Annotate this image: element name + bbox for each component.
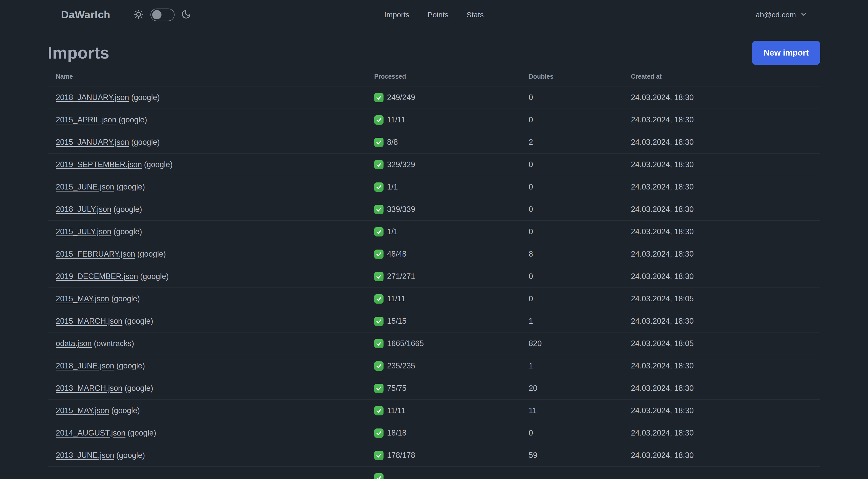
processed-count: 249/249 bbox=[387, 93, 415, 102]
cell-doubles: 0 bbox=[529, 428, 631, 438]
import-file-link[interactable]: 2018_JUNE.json bbox=[56, 361, 114, 370]
table-row: odata.json (owntracks) 1665/1665 820 24.… bbox=[48, 332, 820, 355]
user-menu[interactable]: ab@cd.com bbox=[755, 10, 807, 19]
import-source: (google) bbox=[114, 182, 145, 191]
cell-processed: 11/11 bbox=[374, 115, 529, 125]
import-file-link[interactable]: 2015_MARCH.json bbox=[56, 317, 122, 325]
new-import-button[interactable]: New import bbox=[752, 41, 820, 65]
cell-processed: 235/235 bbox=[374, 361, 529, 371]
import-file-link[interactable]: 2015_APRIL.json bbox=[56, 115, 116, 124]
nav-item-imports[interactable]: Imports bbox=[384, 10, 409, 19]
table-row: 2015_FEBRUARY.json (google) 48/48 8 24.0… bbox=[48, 243, 820, 265]
main-nav: Imports Points Stats bbox=[384, 10, 484, 19]
cell-name: odata.json (owntracks) bbox=[56, 339, 374, 348]
cell-name: 2015_JANUARY.json (google) bbox=[56, 138, 374, 147]
cell-doubles: 0 bbox=[529, 182, 631, 191]
check-icon bbox=[374, 205, 383, 214]
main-content: Imports New import Name Processed Double… bbox=[0, 40, 868, 479]
cell-created-at: 24.03.2024, 18:30 bbox=[631, 317, 812, 326]
check-icon bbox=[374, 249, 383, 259]
nav-item-points[interactable]: Points bbox=[428, 10, 448, 19]
import-file-link[interactable]: 2015_FEBRUARY.json bbox=[56, 249, 135, 258]
check-icon bbox=[374, 182, 383, 192]
cell-created-at: 24.03.2024, 18:05 bbox=[631, 294, 812, 303]
cell-processed: 178/178 bbox=[374, 451, 529, 460]
processed-count: 11/11 bbox=[387, 294, 405, 303]
import-source: (google) bbox=[122, 317, 153, 325]
chevron-down-icon bbox=[800, 10, 807, 19]
cell-created-at: 24.03.2024, 18:30 bbox=[631, 428, 812, 438]
import-file-link[interactable]: 2018_JANUARY.json bbox=[56, 93, 129, 102]
table-row: 2015_MAY.json (google) 11/11 0 24.03.202… bbox=[48, 288, 820, 310]
processed-count: 178/178 bbox=[387, 451, 415, 460]
check-icon bbox=[374, 93, 383, 102]
column-header-created-at: Created at bbox=[631, 73, 812, 80]
import-file-link[interactable]: 2019_DECEMBER.json bbox=[56, 272, 138, 281]
import-source: (google) bbox=[109, 294, 140, 303]
cell-created-at: 24.03.2024, 18:30 bbox=[631, 138, 812, 147]
cell-processed: 11/11 bbox=[374, 406, 529, 415]
cell-created-at: 24.03.2024, 18:30 bbox=[631, 182, 812, 191]
cell-created-at: 24.03.2024, 18:30 bbox=[631, 160, 812, 169]
cell-created-at: 24.03.2024, 18:30 bbox=[631, 384, 812, 393]
import-file-link[interactable]: 2015_JUNE.json bbox=[56, 182, 114, 191]
import-file-link[interactable]: 2019_SEPTEMBER.json bbox=[56, 160, 142, 169]
cell-name: 2018_JANUARY.json (google) bbox=[56, 93, 374, 102]
cell-doubles: 1 bbox=[529, 361, 631, 370]
cell-processed: 271/271 bbox=[374, 272, 529, 281]
processed-count: 235/235 bbox=[387, 361, 415, 370]
processed-count: 15/15 bbox=[387, 317, 407, 326]
import-file-link[interactable]: 2013_MARCH.json bbox=[56, 384, 122, 393]
processed-count: 1/1 bbox=[387, 227, 398, 236]
import-file-link[interactable]: 2015_JANUARY.json bbox=[56, 138, 129, 147]
import-source: (google) bbox=[122, 384, 153, 393]
table-row: 2018_JANUARY.json (google) 249/249 0 24.… bbox=[48, 86, 820, 109]
import-file-link[interactable]: 2015_MAY.json bbox=[56, 294, 109, 303]
import-file-link[interactable]: 2014_AUGUST.json bbox=[56, 428, 125, 437]
cell-created-at: 24.03.2024, 18:30 bbox=[631, 227, 812, 236]
cell-processed: 1665/1665 bbox=[374, 339, 529, 348]
cell-name: 2015_MAY.json (google) bbox=[56, 294, 374, 303]
table-row: 2019_SEPTEMBER.json (google) 329/329 0 2… bbox=[48, 154, 820, 176]
cell-processed: 18/18 bbox=[374, 428, 529, 438]
import-source: (google) bbox=[114, 361, 145, 370]
app-logo[interactable]: DaWarIch bbox=[61, 9, 110, 21]
cell-processed: 1/1 bbox=[374, 182, 529, 192]
column-header-processed: Processed bbox=[374, 73, 529, 80]
check-icon bbox=[374, 138, 383, 147]
cell-name: 2015_APRIL.json (google) bbox=[56, 115, 374, 124]
processed-count: 48/48 bbox=[387, 249, 407, 259]
cell-name: 2014_AUGUST.json (google) bbox=[56, 428, 374, 438]
cell-processed: 8/8 bbox=[374, 138, 529, 147]
table-row: 2015_JANUARY.json (google) 8/8 2 24.03.2… bbox=[48, 131, 820, 154]
table-row bbox=[48, 467, 820, 479]
page-header: Imports New import bbox=[48, 40, 820, 65]
import-file-link[interactable]: 2015_JULY.json bbox=[56, 227, 111, 236]
import-file-link[interactable]: 2013_JUNE.json bbox=[56, 451, 114, 460]
cell-name: 2015_JUNE.json (google) bbox=[56, 182, 374, 191]
cell-created-at: 24.03.2024, 18:30 bbox=[631, 272, 812, 281]
cell-created-at: 24.03.2024, 18:30 bbox=[631, 93, 812, 102]
cell-created-at: 24.03.2024, 18:30 bbox=[631, 361, 812, 370]
page-title: Imports bbox=[48, 43, 110, 62]
import-source: (google) bbox=[111, 205, 142, 214]
cell-doubles: 59 bbox=[529, 451, 631, 460]
cell-doubles: 0 bbox=[529, 205, 631, 214]
import-source: (google) bbox=[129, 93, 160, 102]
check-icon bbox=[374, 272, 383, 281]
check-icon bbox=[374, 339, 383, 348]
import-source: (owntracks) bbox=[92, 339, 134, 348]
table-row: 2015_MAY.json (google) 11/11 11 24.03.20… bbox=[48, 399, 820, 422]
theme-toggle-switch[interactable] bbox=[150, 8, 175, 21]
cell-doubles: 11 bbox=[529, 406, 631, 415]
import-file-link[interactable]: 2018_JULY.json bbox=[56, 205, 111, 214]
import-file-link[interactable]: odata.json bbox=[56, 339, 92, 348]
import-source: (google) bbox=[114, 451, 145, 460]
top-navbar: DaWarIch Imports Points bbox=[0, 0, 868, 30]
import-file-link[interactable]: 2015_MAY.json bbox=[56, 406, 109, 415]
cell-name: 2015_MARCH.json (google) bbox=[56, 317, 374, 326]
nav-item-stats[interactable]: Stats bbox=[467, 10, 484, 19]
import-source: (google) bbox=[125, 428, 156, 437]
table-row: 2013_MARCH.json (google) 75/75 20 24.03.… bbox=[48, 377, 820, 399]
import-source: (google) bbox=[109, 406, 140, 415]
